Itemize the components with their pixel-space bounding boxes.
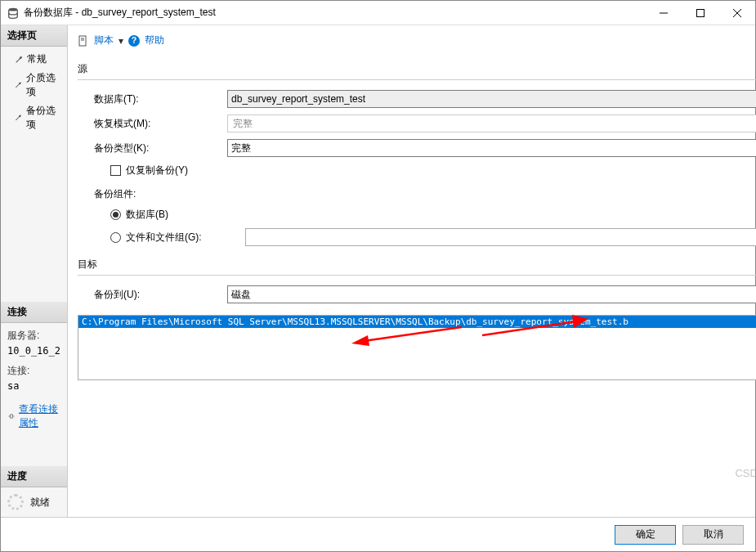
radio-database[interactable] [110, 209, 121, 220]
server-value: 10_0_16_2 [7, 343, 60, 359]
source-group-title: 源 [78, 59, 756, 79]
database-label: 数据库(T): [94, 92, 221, 106]
view-connection-props[interactable]: 查看连接属性 [1, 399, 67, 433]
radio-database-row[interactable]: 数据库(B) [78, 204, 756, 225]
maximize-button[interactable] [682, 1, 718, 25]
destination-path-item[interactable]: C:\Program Files\Microsoft SQL Server\MS… [78, 316, 756, 328]
minimize-button[interactable] [645, 1, 682, 25]
sidebar-item-label: 备份选项 [26, 104, 60, 132]
copy-only-checkbox[interactable] [110, 165, 121, 176]
dialog-window: 备份数据库 - db_survey_report_system_test 选择页… [0, 0, 756, 552]
destination-list[interactable]: C:\Program Files\Microsoft SQL Server\MS… [78, 315, 756, 380]
sidebar-item-media-options[interactable]: 介质选项 [1, 69, 67, 101]
sidebar-item-label: 常规 [27, 52, 47, 66]
recovery-mode-label: 恢复模式(M): [94, 117, 221, 131]
connection-info: 服务器: 10_0_16_2 连接: sa [1, 323, 67, 399]
progress-section: 进度 就绪 [1, 466, 67, 517]
filegroups-input[interactable] [245, 228, 756, 246]
help-icon: ? [128, 35, 140, 47]
select-page-header: 选择页 [1, 25, 67, 47]
connection-icon [7, 411, 16, 421]
script-dropdown-arrow[interactable]: ▾ [119, 35, 123, 47]
copy-only-label: 仅复制备份(Y) [126, 164, 188, 177]
database-icon [7, 7, 19, 19]
radio-filegroups[interactable] [110, 232, 121, 243]
sidebar-item-label: 介质选项 [26, 71, 60, 99]
window-title: 备份数据库 - db_survey_report_system_test [24, 6, 645, 20]
dialog-footer: 确定 取消 [1, 517, 755, 551]
backup-type-label: 备份类型(K): [94, 141, 221, 155]
view-connection-props-link[interactable]: 查看连接属性 [19, 402, 60, 430]
destination-group-title: 目标 [78, 254, 756, 275]
main-area: 选择页 常规 介质选项 备份选项 连接 服务器: [1, 25, 755, 517]
progress-status-row: 就绪 [1, 487, 67, 517]
titlebar: 备份数据库 - db_survey_report_system_test [1, 1, 755, 25]
content-panel: 脚本 ▾ ? 帮助 源 数据库(T): db_survey_report_sys… [68, 25, 756, 517]
backup-to-select[interactable]: 磁盘 ⌄ [227, 285, 756, 303]
connection-value: sa [7, 379, 60, 394]
progress-status: 就绪 [30, 496, 50, 509]
connection-label: 连接: [7, 363, 60, 379]
help-button[interactable]: 帮助 [145, 34, 164, 47]
backup-to-label: 备份到(U): [94, 288, 221, 302]
svg-rect-5 [79, 36, 86, 46]
progress-header: 进度 [1, 466, 67, 487]
sidebar-item-backup-options[interactable]: 备份选项 [1, 101, 67, 134]
recovery-mode-value: 完整 [227, 114, 756, 132]
svg-point-0 [9, 7, 18, 11]
wrench-icon [14, 80, 23, 90]
svg-rect-2 [696, 9, 704, 16]
cancel-button[interactable]: 取消 [682, 525, 744, 545]
radio-filegroups-row[interactable]: 文件和文件组(G): ... [78, 225, 756, 249]
watermark: CSDN @木白星枝 [735, 466, 756, 481]
connection-header: 连接 [1, 302, 67, 323]
server-label: 服务器: [7, 328, 60, 343]
spinner-icon [7, 494, 24, 510]
backup-type-select[interactable]: 完整 ⌄ [227, 139, 756, 157]
sidebar: 选择页 常规 介质选项 备份选项 连接 服务器: [1, 25, 68, 517]
page-list: 常规 介质选项 备份选项 [1, 47, 67, 137]
sidebar-item-general[interactable]: 常规 [1, 50, 67, 69]
database-select-value: db_survey_report_system_test [231, 93, 365, 105]
copy-only-checkbox-row[interactable]: 仅复制备份(Y) [78, 160, 756, 181]
radio-filegroups-label: 文件和文件组(G): [126, 231, 240, 245]
database-select[interactable]: db_survey_report_system_test ⌄ [227, 90, 756, 108]
connection-section: 连接 服务器: 10_0_16_2 连接: sa 查看连接属性 [1, 302, 67, 433]
radio-database-label: 数据库(B) [126, 208, 168, 222]
backup-to-value: 磁盘 [231, 288, 251, 302]
backup-type-value: 完整 [231, 141, 251, 155]
wrench-icon [14, 55, 24, 65]
script-icon [78, 35, 89, 47]
ok-button[interactable]: 确定 [615, 525, 676, 545]
script-button[interactable]: 脚本 [94, 34, 114, 47]
destination-group: 目标 备份到(U): 磁盘 ⌄ C:\Program Files\Micr [78, 254, 756, 384]
destination-area: C:\Program Files\Microsoft SQL Server\MS… [78, 315, 756, 384]
wrench-icon [14, 113, 23, 123]
window-controls [645, 1, 755, 25]
backup-component-label: 备份组件: [94, 187, 221, 201]
content-toolbar: 脚本 ▾ ? 帮助 [78, 32, 756, 54]
close-button[interactable] [718, 1, 755, 25]
source-group: 源 数据库(T): db_survey_report_system_test ⌄… [78, 59, 756, 249]
